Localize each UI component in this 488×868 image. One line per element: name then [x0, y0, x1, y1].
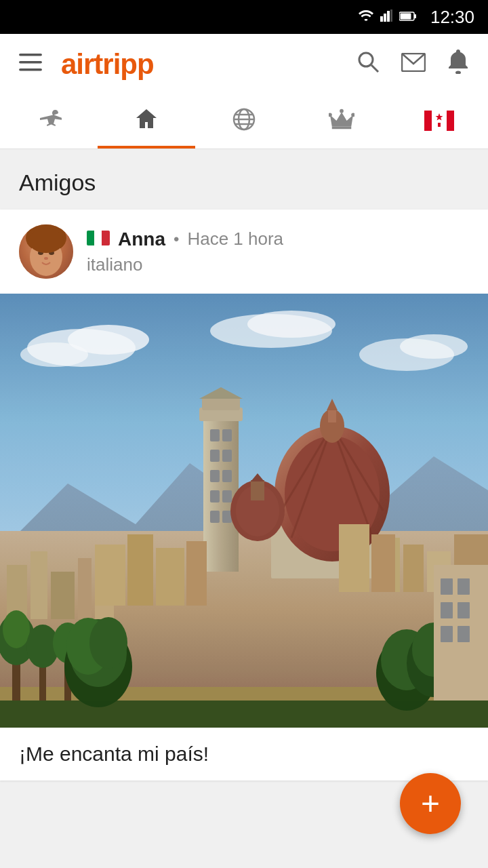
separator-dot: •	[174, 230, 179, 249]
svg-rect-24	[447, 111, 454, 131]
post-image[interactable]	[0, 294, 488, 728]
avatar[interactable]	[19, 224, 73, 279]
tab-globe[interactable]	[195, 95, 293, 149]
tab-crown[interactable]	[293, 95, 390, 149]
post-language: italiano	[87, 254, 469, 275]
svg-rect-8	[19, 61, 42, 64]
svg-rect-0	[380, 16, 383, 22]
status-bar: 12:30	[0, 0, 488, 34]
svg-line-11	[371, 65, 378, 72]
tab-flights[interactable]	[0, 95, 98, 149]
username[interactable]: Anna	[118, 229, 165, 250]
crown-icon	[329, 106, 354, 138]
svg-rect-3	[390, 9, 392, 22]
mail-button[interactable]	[401, 52, 426, 77]
svg-rect-7	[19, 54, 42, 56]
svg-rect-34	[102, 231, 110, 245]
svg-rect-112	[0, 294, 488, 728]
app-logo: airtripp	[61, 48, 357, 81]
content-area: Amigos	[0, 149, 488, 781]
plus-icon: +	[421, 787, 440, 820]
battery-icon	[399, 10, 417, 24]
section-title: Amigos	[0, 149, 488, 210]
svg-rect-33	[94, 231, 102, 245]
plane-icon	[36, 106, 62, 138]
notification-button[interactable]	[447, 50, 469, 79]
signal-icon	[380, 9, 392, 25]
tab-canada[interactable]	[390, 95, 488, 149]
svg-point-13	[455, 71, 461, 75]
home-icon	[134, 106, 159, 138]
post-meta: Anna • Hace 1 hora italiano	[87, 229, 469, 275]
svg-rect-5	[414, 14, 416, 18]
time-display: 12:30	[430, 7, 474, 28]
post-header: Anna • Hace 1 hora italiano	[0, 210, 488, 294]
svg-rect-1	[384, 14, 386, 22]
italy-flag-icon	[87, 231, 110, 248]
svg-rect-25	[438, 123, 441, 127]
svg-rect-32	[87, 231, 95, 245]
svg-rect-2	[387, 11, 390, 22]
wifi-icon	[359, 10, 373, 24]
post-user-line: Anna • Hace 1 hora	[87, 229, 469, 250]
menu-button[interactable]	[19, 53, 42, 76]
add-post-button[interactable]: +	[400, 773, 461, 834]
svg-rect-9	[19, 68, 42, 71]
time-ago: Hace 1 hora	[187, 229, 283, 250]
canada-flag-icon	[424, 111, 454, 134]
svg-point-30	[28, 229, 64, 253]
post-card: Anna • Hace 1 hora italiano	[0, 210, 488, 781]
tab-bar	[0, 95, 488, 149]
svg-rect-23	[424, 111, 432, 131]
svg-point-31	[44, 257, 48, 260]
svg-point-20	[340, 108, 344, 113]
post-caption: ¡Me encanta mi país!	[0, 728, 488, 781]
tab-home[interactable]	[98, 95, 195, 149]
globe-icon	[231, 106, 257, 138]
svg-rect-6	[400, 13, 411, 19]
caption-text: ¡Me encanta mi país!	[19, 743, 209, 765]
svg-point-10	[359, 53, 373, 66]
top-navigation: airtripp	[0, 34, 488, 95]
search-button[interactable]	[357, 50, 380, 79]
